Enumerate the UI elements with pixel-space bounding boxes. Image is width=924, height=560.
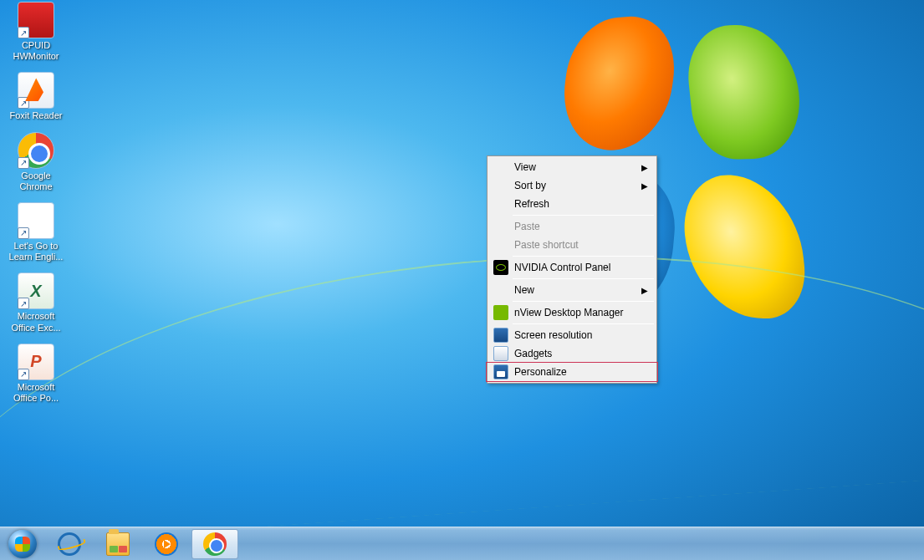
context-menu-item-label: Paste [514,221,540,232]
google-chrome-icon [203,532,227,556]
start-orb-icon [8,530,37,558]
desktop-icon-google-chrome[interactable]: ↗Google Chrome [5,130,67,194]
google-chrome-icon: ↗ [18,132,54,169]
context-menu-separator [513,323,654,324]
desktop-icon-ms-excel[interactable]: ↗Microsoft Office Exc... [5,271,67,334]
taskbar-item-media-player[interactable] [143,529,190,559]
context-menu-item-paste: Paste [489,217,655,236]
shortcut-arrow-icon: ↗ [18,157,29,169]
desktop-icon-label: Microsoft Office Exc... [7,311,65,333]
desktop-context-menu: View▶Sort by▶RefreshPastePaste shortcutN… [487,155,657,384]
context-menu-item-refresh[interactable]: Refresh [489,195,655,213]
context-menu-item-label: nView Desktop Manager [514,307,624,318]
ms-powerpoint-icon: ↗ [18,344,54,380]
ms-excel-icon: ↗ [18,272,54,309]
submenu-arrow-icon: ▶ [641,163,648,172]
context-menu-item-sort-by[interactable]: Sort by▶ [489,176,655,195]
start-button[interactable] [0,527,45,561]
context-menu-separator [513,256,654,257]
desktop-icon-foxit-reader[interactable]: ↗Foxit Reader [5,70,67,123]
file-explorer-icon [106,532,130,556]
foxit-reader-icon: ↗ [18,72,54,109]
desktop-icon-lets-go-english[interactable]: ↗Let's Go to Learn Engli... [5,201,67,264]
submenu-arrow-icon: ▶ [641,181,648,191]
context-menu-separator [513,278,654,279]
internet-explorer-icon [58,532,81,556]
submenu-arrow-icon: ▶ [641,286,648,295]
shortcut-arrow-icon: ↗ [18,369,29,380]
context-menu-item-gadgets[interactable]: Gadgets [489,344,655,363]
context-menu-item-label: View [514,161,536,173]
context-menu-item-label: Refresh [514,198,549,210]
context-menu-item-new[interactable]: New▶ [489,281,655,299]
context-menu-item-view[interactable]: View▶ [489,158,655,176]
desktop-icon-label: CPUID HWMonitor [7,40,65,62]
context-menu-item-label: Screen resolution [514,329,592,341]
shortcut-arrow-icon: ↗ [18,227,29,239]
context-menu-item-screen-resolution[interactable]: Screen resolution [489,326,655,344]
context-menu-item-personalize[interactable]: Personalize [489,363,655,381]
context-menu-separator [513,301,654,302]
desktop-icon-cpuid-hwmonitor[interactable]: ↗CPUID HWMonitor [5,0,67,64]
highlight-box [486,362,658,382]
shortcut-arrow-icon: ↗ [18,27,29,38]
context-menu-item-label: New [514,284,534,296]
desktop-icon-label: Google Chrome [7,171,65,192]
nvidia-logo-icon [493,305,508,320]
media-player-icon [155,532,178,556]
desktop-icon-ms-powerpoint[interactable]: ↗Microsoft Office Po... [5,342,67,405]
taskbar [0,527,924,560]
context-menu-item-label: Gadgets [514,348,552,359]
context-menu-item-label: Paste shortcut [514,239,579,251]
desktop-icon-label: Microsoft Office Po... [7,382,65,404]
taskbar-item-internet-explorer[interactable] [46,529,93,559]
context-menu-item-nview-desktop-manager[interactable]: nView Desktop Manager [489,303,655,322]
context-menu-item-label: Sort by [514,180,546,191]
context-menu-separator [513,215,654,216]
cpuid-hwmonitor-icon: ↗ [18,2,54,38]
context-menu-item-paste-shortcut: Paste shortcut [489,236,655,254]
taskbar-item-file-explorer[interactable] [94,529,141,559]
desktop-icon-label: Let's Go to Learn Engli... [7,241,65,262]
lets-go-english-icon: ↗ [18,202,54,239]
context-menu-item-label: NVIDIA Control Panel [514,262,610,273]
context-menu-item-nvidia-control-panel[interactable]: NVIDIA Control Panel [489,258,655,277]
taskbar-item-google-chrome[interactable] [191,529,238,559]
desktop-icon-label: Foxit Reader [10,110,63,121]
desktop-icons-column: ↗CPUID HWMonitor↗Foxit Reader↗Google Chr… [5,0,67,405]
shortcut-arrow-icon: ↗ [18,298,29,309]
gadgets-icon [493,346,508,361]
screenres-icon [493,328,508,343]
shortcut-arrow-icon: ↗ [18,97,29,109]
nvidia-eye-icon [493,260,508,275]
